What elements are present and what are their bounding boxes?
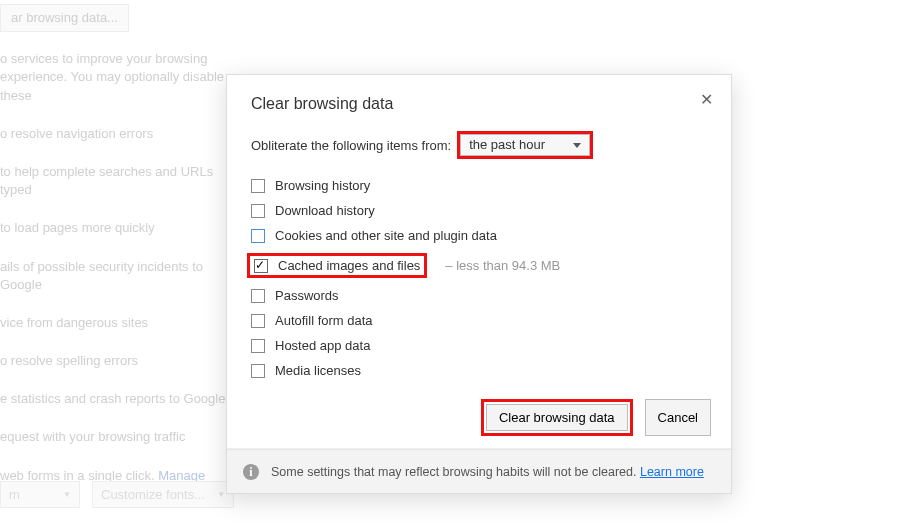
dialog-title: Clear browsing data (251, 95, 393, 112)
learn-more-link[interactable]: Learn more (640, 465, 704, 479)
cached-files-highlight: Cached images and files (247, 253, 427, 278)
cancel-button[interactable]: Cancel (645, 399, 711, 436)
data-types-list: Browsing history Download history Cookie… (251, 173, 707, 383)
info-icon: i (243, 464, 259, 480)
cached-size-text: – less than 94.3 MB (445, 258, 560, 273)
clear-browsing-data-dialog: Clear browsing data ✕ Obliterate the fol… (226, 74, 732, 494)
time-range-select[interactable]: the past hour (460, 134, 590, 156)
item-label: Cookies and other site and plugin data (275, 228, 497, 243)
info-text: Some settings that may reflect browsing … (271, 465, 704, 479)
checkbox-cookies[interactable] (251, 229, 265, 243)
dialog-body: Obliterate the following items from: the… (227, 125, 731, 383)
list-item: Cached images and files – less than 94.3… (251, 248, 707, 283)
item-label: Autofill form data (275, 313, 373, 328)
checkbox-media-licenses[interactable] (251, 364, 265, 378)
item-label: Hosted app data (275, 338, 370, 353)
item-label: Download history (275, 203, 375, 218)
list-item: Download history (251, 198, 707, 223)
list-item: Hosted app data (251, 333, 707, 358)
checkbox-passwords[interactable] (251, 289, 265, 303)
info-text-content: Some settings that may reflect browsing … (271, 465, 640, 479)
list-item: Autofill form data (251, 308, 707, 333)
checkbox-autofill[interactable] (251, 314, 265, 328)
time-range-label: Obliterate the following items from: (251, 138, 451, 153)
dialog-header: Clear browsing data ✕ (227, 75, 731, 125)
dialog-footer: Clear browsing data Cancel (227, 389, 731, 449)
list-item: Browsing history (251, 173, 707, 198)
info-bar: i Some settings that may reflect browsin… (227, 449, 731, 493)
list-item: Passwords (251, 283, 707, 308)
clear-button-highlight: Clear browsing data (481, 399, 633, 436)
item-label: Browsing history (275, 178, 370, 193)
clear-browsing-data-button[interactable]: Clear browsing data (486, 404, 628, 431)
checkbox-cached-files[interactable] (254, 259, 268, 273)
close-icon[interactable]: ✕ (695, 89, 717, 111)
item-label: Cached images and files (278, 258, 420, 273)
list-item: Media licenses (251, 358, 707, 383)
checkbox-browsing-history[interactable] (251, 179, 265, 193)
time-range-row: Obliterate the following items from: the… (251, 131, 707, 159)
time-range-highlight: the past hour (457, 131, 593, 159)
item-label: Media licenses (275, 363, 361, 378)
checkbox-hosted-app[interactable] (251, 339, 265, 353)
list-item: Cookies and other site and plugin data (251, 223, 707, 248)
checkbox-download-history[interactable] (251, 204, 265, 218)
item-label: Passwords (275, 288, 339, 303)
